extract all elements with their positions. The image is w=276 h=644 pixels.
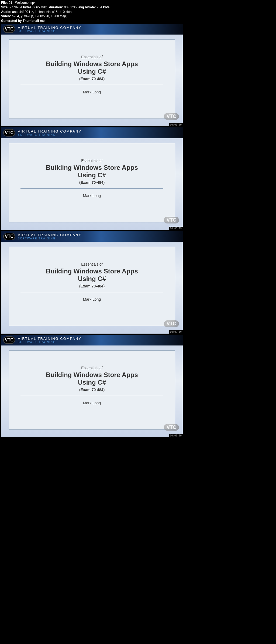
- video-row: Video: h264, yuv420p, 1280x720, 15.00 fp…: [1, 14, 275, 19]
- timestamp: 00:00:19: [169, 227, 183, 230]
- size-row: Size: 2778264 bytes (2.65 MiB), duration…: [1, 5, 275, 10]
- slide-body: Essentials of Building Windows Store App…: [9, 143, 175, 222]
- vtc-logo-icon: VTC: [3, 233, 15, 240]
- slide-exam: (Exam 70-484): [79, 388, 105, 392]
- divider-line: [20, 292, 163, 292]
- size-label: Size:: [1, 5, 9, 9]
- vtc-watermark-icon: VTC: [164, 217, 179, 223]
- brand-company: VIRTUAL TRAINING COMPANY: [18, 129, 81, 133]
- media-info-header: File: 01 - Welcome.mp4 Size: 2778264 byt…: [0, 0, 276, 24]
- slide-title-line1: Building Windows Store Apps: [46, 164, 138, 171]
- slide-author: Mark Long: [83, 401, 101, 405]
- brand-company: VIRTUAL TRAINING COMPANY: [18, 26, 81, 30]
- slide-exam: (Exam 70-484): [79, 77, 105, 81]
- bitrate-unit: kb/s: [103, 5, 109, 9]
- video-label: Video:: [1, 14, 11, 18]
- slide-title-line2: Using C#: [78, 275, 106, 283]
- brand-subtitle: SOFTWARE TRAINING: [18, 341, 81, 344]
- vtc-watermark-icon: VTC: [164, 424, 179, 431]
- timestamp: 00:00:19: [169, 123, 183, 126]
- bitrate-value: 234: [97, 5, 102, 9]
- vtc-watermark-icon: VTC: [164, 320, 179, 327]
- thumbnail-3: VTC VIRTUAL TRAINING COMPANY SOFTWARE TR…: [1, 231, 183, 334]
- slide-body: Essentials of Building Windows Store App…: [9, 350, 175, 430]
- slide-title-line1: Building Windows Store Apps: [46, 60, 138, 68]
- slide-title-line2: Using C#: [78, 171, 106, 179]
- slide-author: Mark Long: [83, 194, 101, 198]
- slide-title-line1: Building Windows Store Apps: [46, 267, 138, 275]
- slide-exam: (Exam 70-484): [79, 284, 105, 288]
- timestamp: 00:00:19: [169, 434, 183, 437]
- size-bytes-unit: bytes: [23, 5, 31, 9]
- brand-company: VIRTUAL TRAINING COMPANY: [18, 233, 81, 237]
- slide-body: Essentials of Building Windows Store App…: [9, 39, 175, 119]
- timestamp: 00:00:19: [169, 330, 183, 334]
- thumbnail-4: VTC VIRTUAL TRAINING COMPANY SOFTWARE TR…: [1, 335, 183, 437]
- vtc-watermark-icon: VTC: [164, 113, 179, 120]
- brand-title-group: VIRTUAL TRAINING COMPANY SOFTWARE TRAINI…: [18, 129, 81, 136]
- duration-label: duration:: [49, 5, 63, 9]
- slide-body: Essentials of Building Windows Store App…: [9, 247, 175, 326]
- slide-title-line1: Building Windows Store Apps: [46, 371, 138, 379]
- duration-value: 00:01:35,: [64, 5, 78, 9]
- thumbnail-1: VTC VIRTUAL TRAINING COMPANY SOFTWARE TR…: [1, 24, 183, 126]
- file-row: File: 01 - Welcome.mp4: [1, 1, 275, 5]
- generated-row: Generated by Thumbnail me: [1, 19, 275, 23]
- brand-header: VTC VIRTUAL TRAINING COMPANY SOFTWARE TR…: [1, 335, 183, 345]
- brand-title-group: VIRTUAL TRAINING COMPANY SOFTWARE TRAINI…: [18, 26, 81, 33]
- divider-line: [20, 396, 163, 396]
- brand-header: VTC VIRTUAL TRAINING COMPANY SOFTWARE TR…: [1, 127, 183, 138]
- audio-value: aac, 44100 Hz, 1 channels, s16, 110 kb/s: [12, 10, 71, 14]
- brand-subtitle: SOFTWARE TRAINING: [18, 133, 81, 136]
- vtc-logo-icon: VTC: [3, 25, 15, 33]
- slide-pretitle: Essentials of: [81, 158, 102, 163]
- slide-exam: (Exam 70-484): [79, 180, 105, 185]
- generated-by: Generated by Thumbnail me: [1, 19, 44, 23]
- size-bytes: 2778264: [9, 5, 22, 9]
- brand-subtitle: SOFTWARE TRAINING: [18, 30, 81, 33]
- thumbnail-2: VTC VIRTUAL TRAINING COMPANY SOFTWARE TR…: [1, 127, 183, 230]
- size-mib: (2.65 MiB): [32, 5, 47, 9]
- brand-company: VIRTUAL TRAINING COMPANY: [18, 337, 81, 341]
- slide-title-line2: Using C#: [78, 68, 106, 75]
- brand-title-group: VIRTUAL TRAINING COMPANY SOFTWARE TRAINI…: [18, 337, 81, 344]
- audio-row: Audio: aac, 44100 Hz, 1 channels, s16, 1…: [1, 10, 275, 14]
- divider-line: [20, 85, 163, 85]
- vtc-logo-icon: VTC: [3, 336, 15, 344]
- brand-header: VTC VIRTUAL TRAINING COMPANY SOFTWARE TR…: [1, 24, 183, 35]
- vtc-logo-icon: VTC: [3, 129, 15, 137]
- audio-label: Audio:: [1, 10, 11, 14]
- file-value: 01 - Welcome.mp4: [9, 1, 36, 5]
- bitrate-label: avg.bitrate:: [78, 5, 96, 9]
- brand-title-group: VIRTUAL TRAINING COMPANY SOFTWARE TRAINI…: [18, 233, 81, 240]
- slide-pretitle: Essentials of: [81, 366, 102, 370]
- video-value: h264, yuv420p, 1280x720, 15.00 fps(r): [12, 14, 67, 18]
- brand-subtitle: SOFTWARE TRAINING: [18, 237, 81, 240]
- slide-author: Mark Long: [83, 90, 101, 94]
- file-label: File:: [1, 1, 8, 5]
- slide-title-line2: Using C#: [78, 379, 106, 386]
- slide-pretitle: Essentials of: [81, 55, 102, 59]
- brand-header: VTC VIRTUAL TRAINING COMPANY SOFTWARE TR…: [1, 231, 183, 242]
- slide-pretitle: Essentials of: [81, 262, 102, 266]
- divider-line: [20, 188, 163, 189]
- slide-author: Mark Long: [83, 297, 101, 301]
